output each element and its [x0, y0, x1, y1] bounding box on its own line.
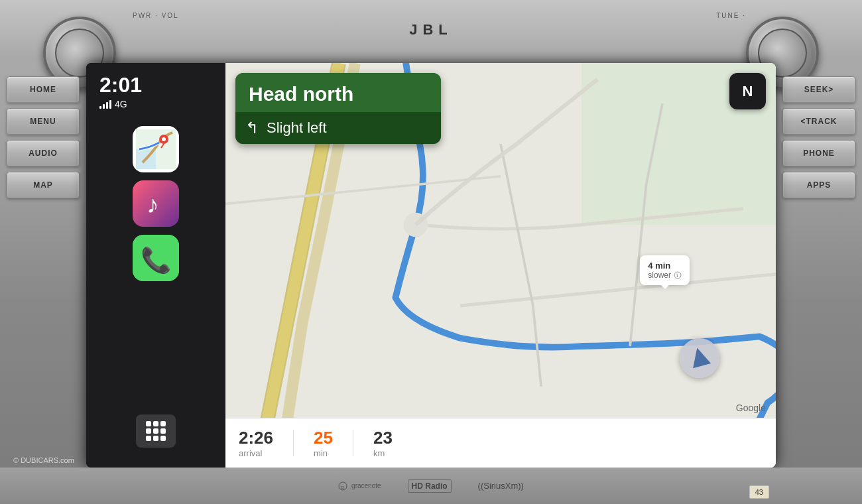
- location-arrow-icon: [688, 345, 711, 367]
- nav-instruction: Head north ↰ Slight left: [235, 73, 441, 144]
- phone-app-icon[interactable]: 📞: [133, 235, 179, 281]
- compass-label: N: [743, 83, 753, 100]
- siriusxm-label: ((SiriusXm)): [478, 481, 524, 491]
- compass[interactable]: N: [729, 73, 766, 109]
- arrival-value: 2:26: [239, 428, 273, 448]
- apps-grid-button[interactable]: [136, 414, 176, 448]
- track-button[interactable]: <TRACK: [782, 108, 855, 135]
- audio-button[interactable]: AUDIO: [7, 140, 80, 166]
- svg-point-4: [162, 137, 166, 141]
- svg-text:ℹ: ℹ: [676, 273, 678, 278]
- nav-main-instruction: Head north: [235, 73, 441, 112]
- carplay-sidebar: 2:01 4G: [86, 63, 225, 468]
- time-display: 2:01: [99, 73, 212, 97]
- carplay-screen: 2:01 4G: [86, 63, 776, 468]
- stat-separator-1: [293, 430, 294, 456]
- hd-radio-brand: HD Radio: [408, 479, 452, 493]
- svg-text:♪: ♪: [147, 190, 159, 218]
- turn-arrow-icon: ↰: [245, 119, 259, 137]
- model-badge: 43: [749, 485, 769, 499]
- music-app-icon[interactable]: ♪: [133, 180, 179, 227]
- status-bar: 2:01 4G: [86, 63, 225, 116]
- map-area[interactable]: Head north ↰ Slight left N 4 min slower: [225, 63, 776, 468]
- google-watermark: Google: [736, 403, 766, 413]
- slower-label: slower ℹ: [648, 271, 682, 280]
- svg-text:📞: 📞: [141, 245, 172, 275]
- slower-icon: ℹ: [674, 271, 682, 279]
- tune-label: TUNE ·: [716, 12, 746, 19]
- top-bar: PWR · VOL JBL TUNE ·: [0, 0, 862, 60]
- gracenote-icon: g: [338, 481, 347, 491]
- phone-button[interactable]: PHONE: [782, 140, 855, 166]
- location-indicator: [680, 338, 719, 378]
- badge-number: 43: [755, 488, 763, 496]
- gracenote-brand: g gracenote: [338, 481, 381, 491]
- left-button-panel: HOME MENU AUDIO MAP: [0, 70, 86, 205]
- distance-label: km: [373, 448, 385, 458]
- map-button[interactable]: MAP: [7, 172, 80, 198]
- duration-value: 25: [314, 428, 333, 448]
- signal-bars-icon: [99, 99, 111, 109]
- gracenote-label: gracenote: [351, 482, 381, 489]
- nav-bottom-bar: 2:26 arrival 25 min 23 km: [225, 418, 776, 468]
- grid-dots-icon: [146, 421, 166, 441]
- main-screen: 2:01 4G: [86, 63, 776, 468]
- signal-info: 4G: [99, 99, 212, 109]
- apps-button[interactable]: APPS: [782, 172, 855, 198]
- hd-radio-label: HD Radio: [408, 479, 452, 493]
- signal-label: 4G: [115, 99, 127, 109]
- distance-value: 23: [373, 428, 393, 448]
- nav-sub-instruction: ↰ Slight left: [235, 112, 441, 144]
- seek-button[interactable]: SEEK>: [782, 76, 855, 103]
- stat-separator-2: [353, 430, 353, 456]
- duration-label: min: [314, 448, 328, 458]
- google-text: Google: [736, 403, 766, 413]
- duration-stat: 25 min: [314, 428, 333, 458]
- maps-app-icon[interactable]: [133, 126, 179, 172]
- svg-text:g: g: [341, 484, 343, 490]
- siriusxm-brand: ((SiriusXm)): [478, 481, 524, 491]
- car-panel: PWR · VOL JBL TUNE · HOME MENU AUDIO MAP…: [0, 0, 862, 504]
- arrival-label: arrival: [239, 448, 262, 458]
- arrival-stat: 2:26 arrival: [239, 428, 273, 458]
- app-icons: ♪ 📞: [86, 116, 225, 414]
- dubicars-watermark: © DUBICARS.com: [13, 456, 74, 464]
- jbl-logo: JBL: [409, 21, 453, 38]
- home-button[interactable]: HOME: [7, 76, 80, 103]
- nav-main-text: Head north: [249, 83, 428, 105]
- right-button-panel: SEEK> <TRACK PHONE APPS: [776, 70, 862, 205]
- menu-button[interactable]: MENU: [7, 108, 80, 135]
- nav-sub-text: Slight left: [267, 119, 327, 137]
- slower-callout: 4 min slower ℹ: [640, 255, 690, 285]
- slower-time: 4 min: [648, 261, 682, 271]
- distance-stat: 23 km: [373, 428, 393, 458]
- pwr-vol-label: PWR · VOL: [133, 12, 179, 19]
- bottom-bar: g gracenote HD Radio ((SiriusXm)): [0, 468, 862, 504]
